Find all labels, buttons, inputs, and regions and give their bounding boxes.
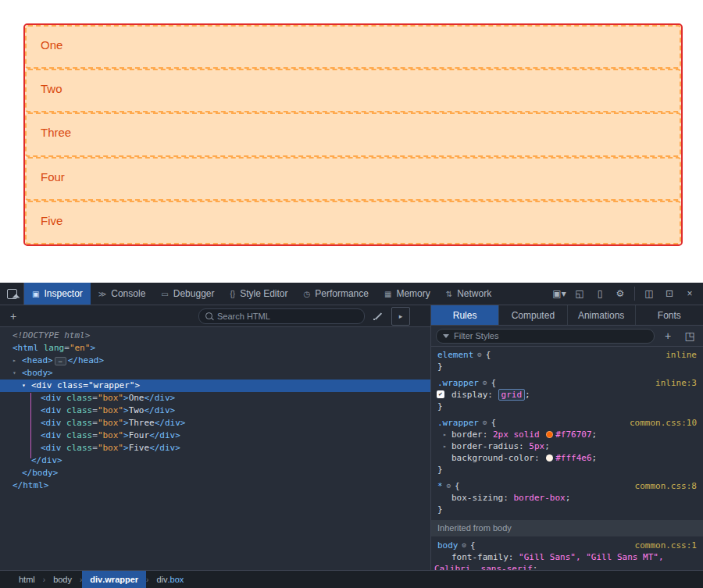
tab-rules[interactable]: Rules [431,305,499,325]
add-rule-button[interactable]: + [659,327,676,344]
expander-icon[interactable]: ▸ [12,355,16,367]
markup-line[interactable]: <div class="box">One</div> [0,392,430,404]
rule-selector[interactable]: .wrapper [437,377,479,389]
markup-line[interactable]: </html> [0,479,430,492]
responsive-design-mode-icon[interactable]: ◱ [571,285,588,302]
expander-icon[interactable]: ▾ [12,367,16,380]
eyedropper-icon[interactable] [369,308,387,325]
css-declaration[interactable]: ▸border-radius: 5px; [431,440,703,452]
rule-selector-line[interactable]: *⚙{common.css:8 [431,480,703,492]
markup-line[interactable]: </body> [0,467,430,479]
collapsed-content-icon[interactable]: … [55,357,66,365]
color-swatch[interactable] [546,454,553,461]
property-name: border-radius [451,441,519,451]
markup-line[interactable]: <div class="box">Two</div> [0,404,430,417]
close-brace: } [431,504,703,515]
markup-token: </div> [145,405,176,415]
markup-token: > [123,405,129,415]
devtools: ▣Inspector≫Console▭Debugger{}Style Edito… [0,283,703,588]
markup-line[interactable]: <div class="box">Four</div> [0,429,430,442]
stylesheet-location-link[interactable]: inline [661,349,697,361]
tab-memory[interactable]: ▦Memory [376,283,438,305]
rule-selector-line[interactable]: body⚙{common.css:1 [431,540,703,551]
tab-style-editor[interactable]: {}Style Editor [222,283,295,305]
expander-icon[interactable]: ▾ [22,380,26,392]
markup-line[interactable]: ▾<body> [0,367,430,380]
expand-shorthand-icon[interactable]: ▸ [443,429,447,440]
separate-window-icon[interactable]: ⊡ [661,285,678,302]
semicolon: ; [592,429,598,440]
css-declaration[interactable]: ▸border: 2px solid #f76707; [431,429,703,440]
selector-highlighter-icon[interactable]: ⚙ [462,540,466,551]
markup-token: class [62,418,93,428]
expand-shorthand-icon[interactable]: ▸ [443,440,447,452]
crumb-tag: html [19,575,35,584]
markup-line[interactable]: ▾<div class="wrapper"> [0,380,430,392]
markup-token: </div> [149,443,180,453]
css-declaration[interactable]: ✔display: grid; [431,389,703,401]
tab-performance[interactable]: ◷Performance [296,283,376,305]
markup-line[interactable]: <!DOCTYPE html> [0,330,430,342]
selector-highlighter-icon[interactable]: ⚙ [483,377,487,389]
filter-styles-input[interactable]: Filter Styles [436,329,655,344]
stylesheet-location-link[interactable]: common.css:8 [630,480,697,492]
property-name: box-sizing [451,493,503,503]
tab-computed[interactable]: Computed [499,305,567,325]
markup-token: <div [41,405,62,415]
markup-tree: <!DOCTYPE html><html lang="en">▸<head>…<… [0,327,430,571]
markup-token: lang [38,343,64,353]
pseudo-class-panel-icon[interactable]: ◳ [681,327,698,344]
style-editor-icon: {} [230,290,235,298]
rule-selector[interactable]: body [437,540,459,551]
device-phone-icon[interactable]: ▯ [591,285,608,302]
rule-selector[interactable]: * [437,480,443,492]
dock-side-icon[interactable]: ◫ [641,285,658,302]
color-swatch[interactable] [546,431,553,438]
rules-list: element⚙{inline}.wrapper⚙{inline:3✔displ… [431,347,703,571]
settings-gear-icon[interactable]: ⚙ [612,285,629,302]
close-devtools-icon[interactable]: × [681,285,698,302]
markup-toolbar: + Search HTML ▸ [0,305,430,327]
tab-console[interactable]: ≫Console [91,283,154,305]
markup-line[interactable]: </div> [0,454,430,467]
markup-line[interactable]: ▸<head>…</head> [0,355,430,367]
rule-selector[interactable]: element [437,349,473,361]
frame-select-icon[interactable]: ▣▾ [551,285,568,302]
css-declaration[interactable]: box-sizing: border-box; [431,492,703,504]
open-brace: { [491,377,496,389]
markup-token: class [62,430,93,440]
tab-network[interactable]: ⇅Network [438,283,499,305]
markup-token: > [123,418,129,428]
breadcrumb-item-div.wrapper[interactable]: div.wrapper [82,571,146,588]
rulers-icon[interactable]: ▸ [391,307,410,326]
tab-inspector[interactable]: ▣Inspector [24,283,91,305]
tab-debugger[interactable]: ▭Debugger [153,283,222,305]
network-icon: ⇅ [446,290,452,298]
css-declaration[interactable]: background-color: #fff4e6; [431,452,703,464]
rule-selector[interactable]: .wrapper [437,417,479,429]
markup-line[interactable]: <html lang="en"> [0,342,430,355]
rule-selector-line[interactable]: .wrapper⚙{common.css:10 [431,417,703,429]
markup-token: = [92,405,98,415]
markup-line[interactable]: <div class="box">Five</div> [0,442,430,454]
declaration-checkbox[interactable]: ✔ [437,390,444,398]
breadcrumb-item-div.box[interactable]: div.box [148,571,191,588]
selector-highlighter-icon[interactable]: ⚙ [477,349,481,361]
stylesheet-location-link[interactable]: inline:3 [651,377,697,389]
tab-fonts[interactable]: Fonts [636,305,703,325]
selector-highlighter-icon[interactable]: ⚙ [483,417,487,429]
breadcrumb-item-html[interactable]: html [11,571,43,588]
search-input[interactable]: Search HTML [198,308,365,324]
stylesheet-location-link[interactable]: common.css:1 [630,540,697,551]
rule-selector-line[interactable]: element⚙{inline [431,349,703,361]
breadcrumb-item-body[interactable]: body [45,571,80,588]
markup-line[interactable]: <div class="box">Three</div> [0,417,430,429]
css-declaration[interactable]: font-family: "Gill Sans", "Gill Sans MT"… [431,551,703,571]
stylesheet-location-link[interactable]: common.css:10 [625,417,697,429]
colon: : [487,390,498,400]
tab-animations[interactable]: Animations [568,305,636,325]
selector-highlighter-icon[interactable]: ⚙ [447,480,451,492]
node-picker-icon[interactable] [0,283,24,305]
rule-selector-line[interactable]: .wrapper⚙{inline:3 [431,377,703,389]
add-node-button[interactable]: + [5,308,22,325]
